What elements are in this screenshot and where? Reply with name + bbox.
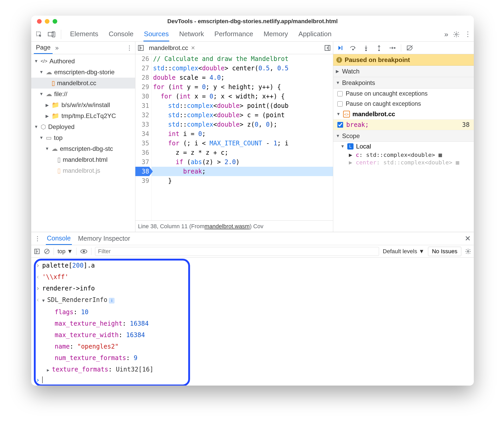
tab-elements[interactable]: Elements [70,27,99,41]
tab-application[interactable]: Application [298,27,332,41]
navigator-page-tab[interactable]: Page [34,42,53,54]
nav-file-group[interactable]: ▼☁file:// [31,89,135,100]
breakpoint-line: 38 [462,121,470,128]
pause-caught-checkbox[interactable]: Pause on caught exceptions [333,99,474,109]
console-toolbar: top ▼ Default levels ▼ No Issues [31,245,474,258]
step-out-icon[interactable] [375,44,383,52]
nav-deployed-header[interactable]: ▼⬡Deployed [31,121,135,132]
status-position: Line 38, Column 11 (From [138,223,205,230]
tab-memory[interactable]: Memory [263,27,288,41]
paused-text: Paused on breakpoint [345,56,410,64]
nav-folder-1[interactable]: ▶📁b/s/w/ir/x/w/install [31,100,135,110]
debugger-controls [333,44,474,52]
step-icon[interactable] [388,44,396,52]
inspect-element-icon[interactable] [34,29,44,40]
svg-point-15 [467,251,469,252]
breakpoints-section[interactable]: ▼Breakpoints [333,77,474,89]
scope-section[interactable]: ▼Scope [333,130,474,142]
breakpoint-checkbox[interactable] [337,122,343,128]
issues-button[interactable]: No Issues [428,247,461,256]
drawer-tab-memory-inspector[interactable]: Memory Inspector [77,233,131,244]
tab-performance[interactable]: Performance [214,27,254,41]
editor-status-bar: Line 38, Column 11 (From mandelbrot.wasm… [135,220,333,232]
svg-rect-1 [48,32,53,36]
context-selector[interactable]: top ▼ [58,248,73,255]
close-drawer-icon[interactable]: ✕ [465,234,471,243]
resume-icon[interactable] [336,44,344,52]
more-navigator-icon[interactable]: » [55,44,59,52]
drawer-kebab-icon[interactable]: ⋮ [34,235,41,242]
console-obj-texture-formats[interactable]: ▶ texture_formats: Uint32[16] [31,364,474,376]
console-output-2[interactable]: ‹▼ SDL_RendererInfoi [31,294,474,306]
breakpoint-row[interactable]: break; 38 [333,120,474,130]
settings-gear-icon[interactable] [453,31,460,38]
info-badge-icon[interactable]: i [109,298,115,304]
drawer-tabs: ⋮ Console Memory Inspector ✕ [31,232,474,245]
svg-point-7 [352,49,354,50]
more-tabs-icon[interactable]: » [444,30,448,39]
devtools-window: DevTools - emscripten-dbg-stories.netlif… [31,16,474,386]
local-badge-icon: L [347,143,354,150]
nav-top[interactable]: ▼▭top [31,132,135,143]
console-obj-prop: max_texture_height: 16384 [31,318,474,329]
file-navigator: ▼</>Authored ▼☁emscripten-dbg-storie ▯ma… [31,54,135,232]
pause-uncaught-checkbox[interactable]: Pause on uncaught exceptions [333,89,474,99]
sources-subrow: Page » ⋮ mandelbrot.cc ✕ [31,42,474,54]
watch-section[interactable]: ▶Watch [333,66,474,77]
nav-folder-2[interactable]: ▶📁tmp/tmp.ELcTq2YC [31,110,135,121]
breakpoint-label: break; [346,121,369,128]
main-tabs-row: Elements Console Sources Network Perform… [31,27,474,42]
console-input-1: ›palette[200].a [31,260,474,271]
nav-file-html[interactable]: ▯mandelbrot.html [31,154,135,165]
live-expression-icon[interactable] [80,249,87,254]
nav-authored-header[interactable]: ▼</>Authored [31,56,135,67]
console-obj-prop: name: "opengles2" [31,341,474,352]
console-sidebar-icon[interactable] [34,248,40,255]
breakpoint-file-header[interactable]: ▼ <> mandelbrot.cc [333,109,474,120]
nav-file-mandelbrot-cc[interactable]: ▯mandelbrot.cc [31,78,135,89]
step-over-icon[interactable] [349,44,357,52]
tab-console[interactable]: Console [108,27,134,41]
tab-sources[interactable]: Sources [143,27,169,41]
nav-site-2[interactable]: ▼☁emscripten-dbg-stc [31,143,135,154]
console-settings-gear-icon[interactable] [465,248,471,255]
status-suffix: ) Cov [250,223,263,230]
nav-file-js[interactable]: ▯mandelbrot.js [31,165,135,176]
svg-point-3 [456,33,457,35]
status-link[interactable]: mandelbrot.wasm [205,223,250,230]
close-file-icon[interactable]: ✕ [191,45,195,51]
scope-var-center[interactable]: ▶ center: std::complex<double> ▦ [333,159,474,166]
levels-dropdown[interactable]: Default levels ▼ [383,248,424,255]
drawer-tab-console[interactable]: Console [46,232,72,245]
scope-local[interactable]: ▼ L Local [333,142,474,151]
svg-point-10 [394,47,395,48]
console-obj-prop: max_texture_width: 16384 [31,329,474,341]
device-toolbar-icon[interactable] [46,29,57,40]
code-editor[interactable]: 26272829 30313233 34353637 3839 // Calcu… [135,54,333,220]
toggle-navigator-icon[interactable] [137,45,147,51]
deactivate-breakpoints-icon[interactable] [406,44,414,52]
clear-console-icon[interactable] [44,248,50,255]
code-editor-area: 26272829 30313233 34353637 3839 // Calcu… [135,54,333,232]
editor-file-tab[interactable]: mandelbrot.cc ✕ [149,44,195,52]
svg-rect-6 [342,46,342,50]
navigator-kebab-icon[interactable]: ⋮ [126,44,133,52]
tab-network[interactable]: Network [179,27,204,41]
paused-banner: i Paused on breakpoint [333,54,474,66]
kebab-menu-icon[interactable]: ⋮ [464,30,471,38]
console-output[interactable]: ›palette[200].a ‹'\\xff' ›renderer->info… [31,258,474,386]
svg-point-9 [379,50,380,51]
info-icon: i [336,57,342,63]
step-into-icon[interactable] [362,44,370,52]
source-icon: <> [343,111,350,117]
line-gutter[interactable]: 26272829 30313233 34353637 3839 [135,54,152,220]
scope-var-c[interactable]: ▶ c: std::complex<double> ▦ [333,151,474,159]
filter-input[interactable] [95,247,379,256]
debugger-pane: i Paused on breakpoint ▶Watch ▼Breakpoin… [333,54,474,232]
titlebar: DevTools - emscripten-dbg-stories.netlif… [31,16,474,27]
console-prompt[interactable]: › [31,376,474,384]
nav-site[interactable]: ▼☁emscripten-dbg-storie [31,67,135,78]
toggle-debugger-icon[interactable] [324,45,331,51]
window-title: DevTools - emscripten-dbg-stories.netlif… [31,18,474,25]
sources-split: ▼</>Authored ▼☁emscripten-dbg-storie ▯ma… [31,54,474,232]
